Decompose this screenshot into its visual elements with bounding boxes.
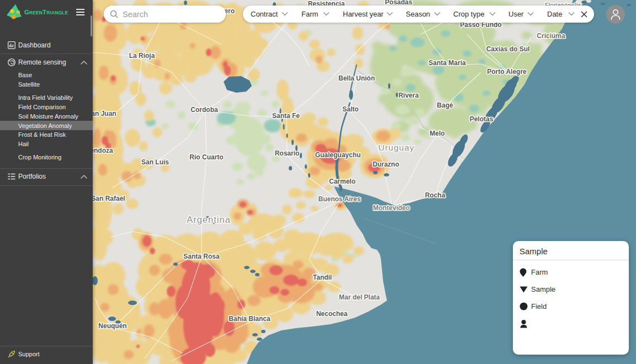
svg-text:Rocha: Rocha [425,191,446,199]
svg-text:Buenos Aires: Buenos Aires [319,195,361,203]
svg-text:Carmelo: Carmelo [329,178,356,185]
svg-text:San Luis: San Luis [141,158,169,166]
svg-text:Durazno: Durazno [373,160,399,168]
svg-text:Montevideo: Montevideo [373,204,410,212]
svg-text:Gualeguaychu: Gualeguaychu [315,151,361,159]
svg-text:Cordoba: Cordoba [190,106,218,114]
svg-text:Pelotas: Pelotas [470,115,494,123]
svg-text:Bella Unión: Bella Unión [338,74,375,82]
svg-text:Tandil: Tandil [313,274,332,281]
svg-text:Río Cuarto: Río Cuarto [189,153,223,161]
svg-text:Caxias do Sul: Caxias do Sul [486,45,530,53]
svg-text:Rosario: Rosario [275,149,300,157]
svg-text:Santa Maria: Santa Maria [428,59,466,67]
svg-text:Uruguay: Uruguay [378,143,415,152]
svg-text:Necochea: Necochea [316,310,348,318]
svg-text:Bagé: Bagé [437,101,453,109]
svg-text:Melo: Melo [430,130,444,137]
svg-text:Neuquén: Neuquén [98,322,126,330]
svg-text:Argentina: Argentina [187,215,231,224]
svg-text:La Rioja: La Rioja [129,52,155,60]
svg-text:Rivera: Rivera [399,92,419,99]
svg-text:Bahía Blanca: Bahía Blanca [229,315,271,323]
svg-text:Mar del Plata: Mar del Plata [339,293,380,301]
svg-text:Criciúma: Criciúma [537,32,565,40]
svg-text:Santa Rosa: Santa Rosa [183,253,220,260]
svg-text:Salto: Salto [342,105,358,113]
svg-text:Santa Fe: Santa Fe [272,112,300,120]
svg-text:Porto Alegre: Porto Alegre [487,68,527,76]
svg-text:San Rafael: San Rafael [91,195,125,202]
